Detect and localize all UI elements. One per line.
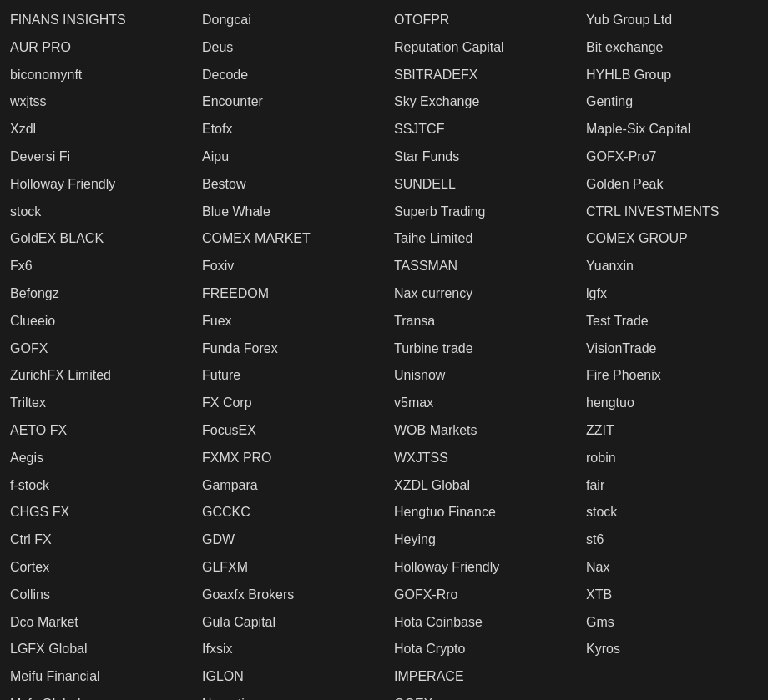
list-item[interactable]: Clueeio	[3, 308, 189, 335]
list-item[interactable]: Nax currency	[387, 280, 573, 308]
list-item[interactable]: CTRL INVESTMENTS	[579, 199, 765, 226]
list-item[interactable]: IMPERACE	[387, 663, 573, 691]
list-item[interactable]: Deversi Fi	[3, 144, 189, 171]
list-item[interactable]: Maple-Six Capital	[579, 116, 765, 144]
list-item[interactable]: GoldEX BLACK	[3, 225, 189, 253]
list-item[interactable]: f-stock	[3, 472, 189, 500]
list-item[interactable]: Sky Exchange	[387, 88, 573, 116]
list-item[interactable]: Yub Group Ltd	[579, 7, 765, 34]
list-item[interactable]: Encounter	[195, 88, 381, 116]
list-item[interactable]: ZZIT	[579, 417, 765, 445]
list-item[interactable]: XTB	[579, 582, 765, 609]
list-item[interactable]: Golden Peak	[579, 171, 765, 199]
list-item[interactable]: LGFX Global	[3, 636, 189, 663]
list-item[interactable]: GCCKC	[195, 499, 381, 526]
list-item[interactable]: Deus	[195, 34, 381, 62]
list-item[interactable]: Gula Capital	[195, 609, 381, 637]
list-item[interactable]: Star Funds	[387, 144, 573, 171]
list-item[interactable]: Cortex	[3, 554, 189, 582]
list-item[interactable]: Taihe Limited	[387, 225, 573, 253]
list-item[interactable]: GLFXM	[195, 554, 381, 582]
list-item[interactable]: Hota Coinbase	[387, 609, 573, 637]
list-item[interactable]: st6	[579, 526, 765, 554]
list-item[interactable]: XZDL Global	[387, 472, 573, 500]
list-item[interactable]: Kyros	[579, 636, 765, 663]
list-item[interactable]: Hengtuo Finance	[387, 499, 573, 526]
list-item[interactable]: Xzdl	[3, 116, 189, 144]
list-item[interactable]: Holloway Friendly	[387, 554, 573, 582]
list-item[interactable]: Gms	[579, 609, 765, 637]
list-item[interactable]: robin	[579, 445, 765, 472]
list-item[interactable]: COMEX GROUP	[579, 225, 765, 253]
list-item[interactable]: GOFX-Pro7	[579, 144, 765, 171]
list-item[interactable]: Heying	[387, 526, 573, 554]
list-item[interactable]: Etofx	[195, 116, 381, 144]
list-item[interactable]: WOB Markets	[387, 417, 573, 445]
list-item[interactable]: Foxiv	[195, 253, 381, 280]
list-item[interactable]: COMEX MARKET	[195, 225, 381, 253]
list-item[interactable]: Test Trade	[579, 308, 765, 335]
list-item[interactable]: biconomynft	[3, 62, 189, 89]
list-item[interactable]: FREEDOM	[195, 280, 381, 308]
list-item[interactable]: GOFX	[3, 335, 189, 363]
list-item[interactable]: Unisnow	[387, 362, 573, 390]
list-item[interactable]: SUNDELL	[387, 171, 573, 199]
list-item[interactable]: Goaxfx Brokers	[195, 582, 381, 609]
list-item[interactable]: Mxfx Global	[3, 691, 189, 700]
list-item[interactable]: Aipu	[195, 144, 381, 171]
list-item[interactable]: Meifu Financial	[3, 663, 189, 691]
list-item[interactable]: Turbine trade	[387, 335, 573, 363]
list-item[interactable]: HYHLB Group	[579, 62, 765, 89]
list-item[interactable]: Reputation Capital	[387, 34, 573, 62]
list-item[interactable]: Transa	[387, 308, 573, 335]
list-item[interactable]: Superb Trading	[387, 199, 573, 226]
list-item[interactable]: Future	[195, 362, 381, 390]
list-item[interactable]: GOEX	[387, 691, 573, 700]
list-item[interactable]: Ctrl FX	[3, 526, 189, 554]
list-item[interactable]: Nax	[579, 554, 765, 582]
list-item[interactable]: WXJTSS	[387, 445, 573, 472]
list-item[interactable]: hengtuo	[579, 390, 765, 417]
list-item[interactable]: Bit exchange	[579, 34, 765, 62]
list-item[interactable]: FX Corp	[195, 390, 381, 417]
list-item[interactable]: OTOFPR	[387, 7, 573, 34]
list-item[interactable]: VisionTrade	[579, 335, 765, 363]
list-item[interactable]: FINANS INSIGHTS	[3, 7, 189, 34]
list-item[interactable]: AUR PRO	[3, 34, 189, 62]
list-item[interactable]: Funda Forex	[195, 335, 381, 363]
list-item[interactable]: IGLON	[195, 663, 381, 691]
list-item[interactable]: FXMX PRO	[195, 445, 381, 472]
list-item[interactable]: Fuex	[195, 308, 381, 335]
list-item[interactable]: Novartis	[195, 691, 381, 700]
list-item[interactable]: Dongcai	[195, 7, 381, 34]
list-item[interactable]: Holloway Friendly	[3, 171, 189, 199]
list-item[interactable]: Aegis	[3, 445, 189, 472]
list-item[interactable]: SSJTCF	[387, 116, 573, 144]
list-item[interactable]: lgfx	[579, 280, 765, 308]
list-item[interactable]: Hota Crypto	[387, 636, 573, 663]
list-item[interactable]: stock	[3, 199, 189, 226]
list-item[interactable]: ZurichFX Limited	[3, 362, 189, 390]
list-item[interactable]: v5max	[387, 390, 573, 417]
list-item[interactable]: Ifxsix	[195, 636, 381, 663]
list-item[interactable]: fair	[579, 472, 765, 500]
list-item[interactable]: Dco Market	[3, 609, 189, 637]
list-item[interactable]: stock	[579, 499, 765, 526]
list-item[interactable]: wxjtss	[3, 88, 189, 116]
list-item[interactable]: CHGS FX	[3, 499, 189, 526]
list-item[interactable]: Fire Phoenix	[579, 362, 765, 390]
list-item[interactable]: Decode	[195, 62, 381, 89]
list-item[interactable]: FocusEX	[195, 417, 381, 445]
list-item[interactable]: Triltex	[3, 390, 189, 417]
list-item[interactable]: Gampara	[195, 472, 381, 500]
list-item[interactable]: Blue Whale	[195, 199, 381, 226]
list-item[interactable]: SBITRADEFX	[387, 62, 573, 89]
list-item[interactable]: Collins	[3, 582, 189, 609]
list-item[interactable]: GOFX-Rro	[387, 582, 573, 609]
list-item[interactable]: TASSMAN	[387, 253, 573, 280]
list-item[interactable]: Befongz	[3, 280, 189, 308]
list-item[interactable]: Fx6	[3, 253, 189, 280]
list-item[interactable]: AETO FX	[3, 417, 189, 445]
list-item[interactable]: Bestow	[195, 171, 381, 199]
list-item[interactable]: GDW	[195, 526, 381, 554]
